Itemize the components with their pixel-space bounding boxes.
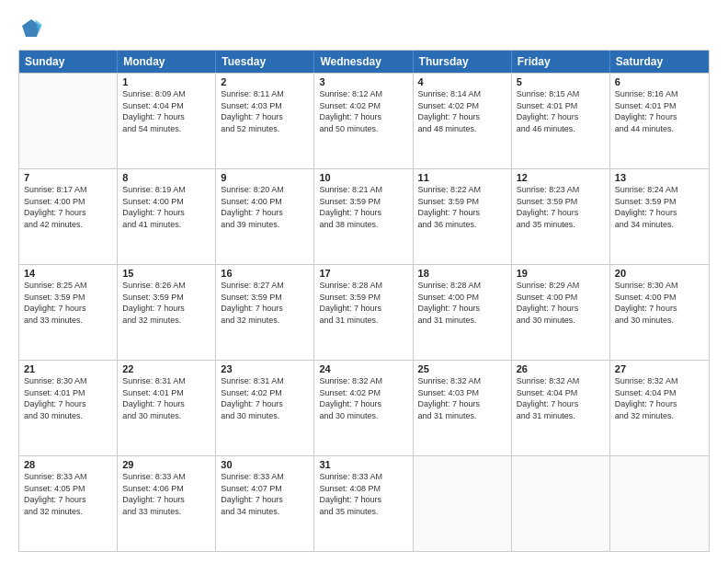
header-day-tuesday: Tuesday bbox=[216, 51, 314, 73]
cell-info: Sunrise: 8:33 AM Sunset: 4:08 PM Dayligh… bbox=[319, 471, 407, 517]
day-number: 4 bbox=[418, 76, 506, 87]
calendar-row-5: 28Sunrise: 8:33 AM Sunset: 4:05 PM Dayli… bbox=[19, 455, 709, 551]
cell-info: Sunrise: 8:12 AM Sunset: 4:02 PM Dayligh… bbox=[319, 88, 407, 134]
day-number: 19 bbox=[517, 268, 605, 279]
calendar-cell: 2Sunrise: 8:11 AM Sunset: 4:03 PM Daylig… bbox=[216, 74, 314, 168]
cell-info: Sunrise: 8:22 AM Sunset: 3:59 PM Dayligh… bbox=[418, 184, 506, 230]
header-day-sunday: Sunday bbox=[19, 51, 118, 73]
calendar-cell bbox=[19, 74, 118, 168]
calendar-row-4: 21Sunrise: 8:30 AM Sunset: 4:01 PM Dayli… bbox=[19, 360, 709, 455]
calendar-cell: 9Sunrise: 8:20 AM Sunset: 4:00 PM Daylig… bbox=[216, 169, 314, 264]
calendar-cell: 10Sunrise: 8:21 AM Sunset: 3:59 PM Dayli… bbox=[314, 169, 413, 264]
calendar: SundayMondayTuesdayWednesdayThursdayFrid… bbox=[18, 50, 710, 552]
cell-info: Sunrise: 8:20 AM Sunset: 4:00 PM Dayligh… bbox=[221, 184, 309, 230]
calendar-body: 1Sunrise: 8:09 AM Sunset: 4:04 PM Daylig… bbox=[19, 73, 709, 551]
day-number: 12 bbox=[517, 172, 605, 183]
calendar-cell: 5Sunrise: 8:15 AM Sunset: 4:01 PM Daylig… bbox=[512, 74, 610, 168]
cell-info: Sunrise: 8:29 AM Sunset: 4:00 PM Dayligh… bbox=[517, 280, 605, 326]
day-number: 22 bbox=[122, 363, 210, 374]
calendar-cell: 20Sunrise: 8:30 AM Sunset: 4:00 PM Dayli… bbox=[610, 265, 709, 360]
cell-info: Sunrise: 8:09 AM Sunset: 4:04 PM Dayligh… bbox=[122, 88, 210, 134]
cell-info: Sunrise: 8:14 AM Sunset: 4:02 PM Dayligh… bbox=[418, 88, 506, 134]
calendar-header: SundayMondayTuesdayWednesdayThursdayFrid… bbox=[19, 51, 709, 73]
day-number: 3 bbox=[319, 76, 407, 87]
cell-info: Sunrise: 8:32 AM Sunset: 4:04 PM Dayligh… bbox=[615, 375, 704, 421]
header bbox=[18, 17, 710, 42]
calendar-cell: 26Sunrise: 8:32 AM Sunset: 4:04 PM Dayli… bbox=[512, 361, 610, 455]
cell-info: Sunrise: 8:32 AM Sunset: 4:02 PM Dayligh… bbox=[319, 375, 407, 421]
cell-info: Sunrise: 8:33 AM Sunset: 4:05 PM Dayligh… bbox=[24, 471, 112, 517]
calendar-cell bbox=[512, 456, 610, 551]
calendar-cell: 22Sunrise: 8:31 AM Sunset: 4:01 PM Dayli… bbox=[118, 361, 216, 455]
header-day-wednesday: Wednesday bbox=[314, 51, 413, 73]
calendar-cell: 18Sunrise: 8:28 AM Sunset: 4:00 PM Dayli… bbox=[414, 265, 512, 360]
calendar-cell: 1Sunrise: 8:09 AM Sunset: 4:04 PM Daylig… bbox=[118, 74, 216, 168]
cell-info: Sunrise: 8:28 AM Sunset: 3:59 PM Dayligh… bbox=[319, 280, 407, 326]
day-number: 13 bbox=[615, 172, 704, 183]
calendar-cell: 31Sunrise: 8:33 AM Sunset: 4:08 PM Dayli… bbox=[314, 456, 413, 551]
cell-info: Sunrise: 8:30 AM Sunset: 4:00 PM Dayligh… bbox=[615, 280, 704, 326]
cell-info: Sunrise: 8:27 AM Sunset: 3:59 PM Dayligh… bbox=[221, 280, 309, 326]
calendar-cell: 3Sunrise: 8:12 AM Sunset: 4:02 PM Daylig… bbox=[314, 74, 413, 168]
calendar-cell: 17Sunrise: 8:28 AM Sunset: 3:59 PM Dayli… bbox=[314, 265, 413, 360]
cell-info: Sunrise: 8:32 AM Sunset: 4:03 PM Dayligh… bbox=[418, 375, 506, 421]
day-number: 14 bbox=[24, 268, 112, 279]
header-day-saturday: Saturday bbox=[610, 51, 709, 73]
calendar-cell: 16Sunrise: 8:27 AM Sunset: 3:59 PM Dayli… bbox=[216, 265, 314, 360]
calendar-row-3: 14Sunrise: 8:25 AM Sunset: 3:59 PM Dayli… bbox=[19, 264, 709, 360]
calendar-cell: 6Sunrise: 8:16 AM Sunset: 4:01 PM Daylig… bbox=[610, 74, 709, 168]
cell-info: Sunrise: 8:31 AM Sunset: 4:01 PM Dayligh… bbox=[122, 375, 210, 421]
calendar-cell: 14Sunrise: 8:25 AM Sunset: 3:59 PM Dayli… bbox=[19, 265, 118, 360]
cell-info: Sunrise: 8:31 AM Sunset: 4:02 PM Dayligh… bbox=[221, 375, 309, 421]
cell-info: Sunrise: 8:28 AM Sunset: 4:00 PM Dayligh… bbox=[418, 280, 506, 326]
cell-info: Sunrise: 8:26 AM Sunset: 3:59 PM Dayligh… bbox=[122, 280, 210, 326]
day-number: 18 bbox=[418, 268, 506, 279]
page: SundayMondayTuesdayWednesdayThursdayFrid… bbox=[0, 0, 728, 563]
day-number: 28 bbox=[24, 459, 112, 470]
day-number: 6 bbox=[615, 76, 704, 87]
day-number: 21 bbox=[24, 363, 112, 374]
calendar-row-2: 7Sunrise: 8:17 AM Sunset: 4:00 PM Daylig… bbox=[19, 168, 709, 264]
logo-icon bbox=[18, 17, 44, 42]
cell-info: Sunrise: 8:25 AM Sunset: 3:59 PM Dayligh… bbox=[24, 280, 112, 326]
header-day-monday: Monday bbox=[118, 51, 216, 73]
calendar-cell: 21Sunrise: 8:30 AM Sunset: 4:01 PM Dayli… bbox=[19, 361, 118, 455]
cell-info: Sunrise: 8:17 AM Sunset: 4:00 PM Dayligh… bbox=[24, 184, 112, 230]
day-number: 24 bbox=[319, 363, 407, 374]
day-number: 31 bbox=[319, 459, 407, 470]
day-number: 25 bbox=[418, 363, 506, 374]
day-number: 30 bbox=[221, 459, 309, 470]
day-number: 23 bbox=[221, 363, 309, 374]
calendar-cell bbox=[610, 456, 709, 551]
cell-info: Sunrise: 8:19 AM Sunset: 4:00 PM Dayligh… bbox=[122, 184, 210, 230]
cell-info: Sunrise: 8:15 AM Sunset: 4:01 PM Dayligh… bbox=[517, 88, 605, 134]
day-number: 2 bbox=[221, 76, 309, 87]
cell-info: Sunrise: 8:32 AM Sunset: 4:04 PM Dayligh… bbox=[517, 375, 605, 421]
calendar-row-1: 1Sunrise: 8:09 AM Sunset: 4:04 PM Daylig… bbox=[19, 73, 709, 168]
cell-info: Sunrise: 8:21 AM Sunset: 3:59 PM Dayligh… bbox=[319, 184, 407, 230]
day-number: 9 bbox=[221, 172, 309, 183]
calendar-cell: 11Sunrise: 8:22 AM Sunset: 3:59 PM Dayli… bbox=[414, 169, 512, 264]
day-number: 5 bbox=[517, 76, 605, 87]
cell-info: Sunrise: 8:30 AM Sunset: 4:01 PM Dayligh… bbox=[24, 375, 112, 421]
calendar-cell: 7Sunrise: 8:17 AM Sunset: 4:00 PM Daylig… bbox=[19, 169, 118, 264]
calendar-cell: 13Sunrise: 8:24 AM Sunset: 3:59 PM Dayli… bbox=[610, 169, 709, 264]
day-number: 16 bbox=[221, 268, 309, 279]
cell-info: Sunrise: 8:16 AM Sunset: 4:01 PM Dayligh… bbox=[615, 88, 704, 134]
calendar-cell: 12Sunrise: 8:23 AM Sunset: 3:59 PM Dayli… bbox=[512, 169, 610, 264]
calendar-cell: 25Sunrise: 8:32 AM Sunset: 4:03 PM Dayli… bbox=[414, 361, 512, 455]
calendar-cell: 15Sunrise: 8:26 AM Sunset: 3:59 PM Dayli… bbox=[118, 265, 216, 360]
day-number: 8 bbox=[122, 172, 210, 183]
cell-info: Sunrise: 8:33 AM Sunset: 4:07 PM Dayligh… bbox=[221, 471, 309, 517]
calendar-cell: 29Sunrise: 8:33 AM Sunset: 4:06 PM Dayli… bbox=[118, 456, 216, 551]
cell-info: Sunrise: 8:23 AM Sunset: 3:59 PM Dayligh… bbox=[517, 184, 605, 230]
day-number: 20 bbox=[615, 268, 704, 279]
day-number: 26 bbox=[517, 363, 605, 374]
calendar-cell: 8Sunrise: 8:19 AM Sunset: 4:00 PM Daylig… bbox=[118, 169, 216, 264]
cell-info: Sunrise: 8:33 AM Sunset: 4:06 PM Dayligh… bbox=[122, 471, 210, 517]
cell-info: Sunrise: 8:24 AM Sunset: 3:59 PM Dayligh… bbox=[615, 184, 704, 230]
day-number: 27 bbox=[615, 363, 704, 374]
day-number: 29 bbox=[122, 459, 210, 470]
calendar-cell: 4Sunrise: 8:14 AM Sunset: 4:02 PM Daylig… bbox=[414, 74, 512, 168]
calendar-cell: 23Sunrise: 8:31 AM Sunset: 4:02 PM Dayli… bbox=[216, 361, 314, 455]
